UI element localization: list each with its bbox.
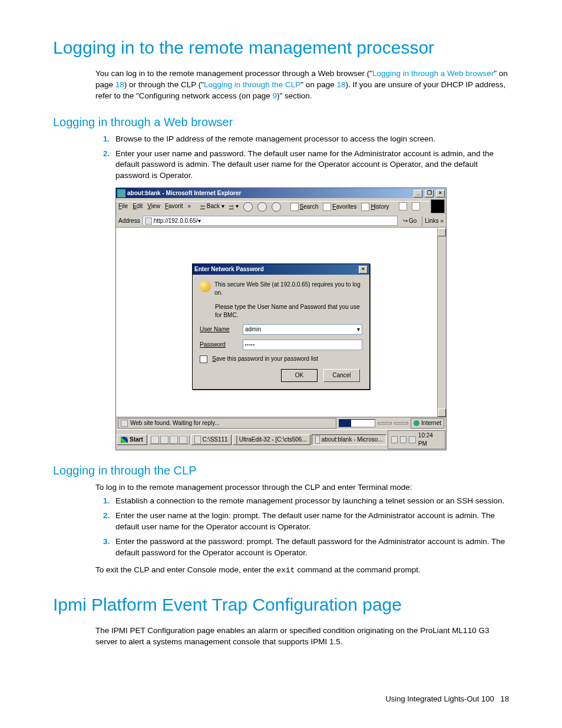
globe-icon bbox=[414, 420, 419, 426]
link-page-9[interactable]: 9 bbox=[272, 91, 277, 100]
ql-icon[interactable] bbox=[160, 436, 168, 444]
auth-line2: Please type the User Name and Password t… bbox=[215, 303, 362, 319]
auth-line1: This secure Web Site (at 192.0.0.65) req… bbox=[214, 281, 362, 297]
close-button[interactable]: × bbox=[436, 190, 445, 197]
clp-intro: To log in to the remote management proce… bbox=[95, 482, 509, 493]
auth-dialog: Enter Network Password × This secure Web… bbox=[192, 263, 370, 390]
link-page-18b[interactable]: 18 bbox=[336, 80, 345, 89]
chevron-down-icon[interactable]: ▾ bbox=[357, 325, 360, 334]
link-login-clp[interactable]: Logging in through the CLP bbox=[204, 80, 300, 89]
folder-icon bbox=[194, 436, 201, 444]
ie-icon bbox=[117, 189, 125, 197]
ie-address-bar: Address http://192.0.0.65/ ▾ ↪Go Links » bbox=[116, 215, 446, 228]
ql-icon[interactable] bbox=[151, 436, 159, 444]
links-button[interactable]: Links » bbox=[425, 217, 444, 225]
text: )" section. bbox=[277, 91, 312, 100]
system-tray: 10:24 PM bbox=[388, 430, 445, 449]
clp-steps-list: Establish a connection to the remote man… bbox=[95, 496, 509, 558]
link-login-web[interactable]: Logging in through a Web browser bbox=[372, 69, 494, 78]
menu-file[interactable]: File bbox=[118, 202, 128, 212]
ie-content-area: Enter Network Password × This secure Web… bbox=[116, 228, 446, 417]
tray-icon[interactable] bbox=[391, 436, 398, 443]
search-icon bbox=[290, 203, 299, 211]
go-button[interactable]: ↪Go bbox=[400, 216, 419, 226]
menu-favorites[interactable]: Favorit bbox=[165, 202, 183, 212]
maximize-button[interactable]: ❐ bbox=[425, 190, 434, 197]
ie-status-bar: Web site found. Waiting for reply... Int… bbox=[116, 417, 446, 429]
page-icon bbox=[145, 218, 152, 225]
clp-exit: To exit the CLP and enter Console mode, … bbox=[95, 565, 509, 576]
ie-throbber-icon bbox=[431, 199, 445, 213]
list-item: Enter the user name at the login: prompt… bbox=[112, 510, 509, 533]
auth-close-button[interactable]: × bbox=[359, 266, 368, 274]
menu-edit[interactable]: Edit bbox=[133, 202, 143, 212]
quick-launch bbox=[148, 435, 190, 444]
address-input[interactable]: http://192.0.0.65/ ▾ bbox=[143, 216, 398, 226]
home-icon[interactable] bbox=[272, 202, 281, 212]
exit-command: exit bbox=[276, 566, 295, 575]
vertical-scrollbar[interactable] bbox=[437, 228, 446, 417]
start-button[interactable]: Start bbox=[117, 434, 147, 445]
print-icon[interactable] bbox=[412, 202, 420, 210]
stop-icon[interactable] bbox=[243, 202, 253, 212]
username-label: User Name bbox=[200, 325, 238, 334]
link-page-18a[interactable]: 18 bbox=[115, 80, 124, 89]
heading-login-remote: Logging in to the remote management proc… bbox=[53, 35, 509, 60]
ok-button[interactable]: OK bbox=[281, 369, 318, 382]
tray-icon[interactable] bbox=[400, 436, 406, 443]
heading-login-web: Logging in through a Web browser bbox=[53, 114, 509, 130]
taskbar: Start C:\SS111 UltraEdit-32 - [C:\cts506… bbox=[116, 429, 446, 450]
zone-text: Internet bbox=[421, 419, 441, 427]
web-steps-list: Browse to the IP address of the remote m… bbox=[95, 134, 509, 182]
clock: 10:24 PM bbox=[418, 431, 442, 448]
menu-view[interactable]: View bbox=[147, 202, 160, 212]
task-ie[interactable]: about:blank - Microso... bbox=[312, 434, 386, 445]
save-password-label: Save this password in your password list bbox=[212, 355, 318, 363]
back-button[interactable]: ⇦ Back ▾ bbox=[200, 202, 224, 212]
username-input[interactable]: admin▾ bbox=[243, 324, 362, 335]
list-item: Establish a connection to the remote man… bbox=[112, 496, 509, 507]
heading-login-clp: Logging in through the CLP bbox=[53, 462, 509, 479]
text: You can log in to the remote management … bbox=[95, 69, 372, 78]
mail-icon[interactable] bbox=[399, 202, 407, 210]
ie-titlebar: about:blank - Microsoft Internet Explore… bbox=[116, 188, 446, 198]
tray-icon[interactable] bbox=[409, 436, 415, 443]
intro-paragraph: You can log in to the remote management … bbox=[95, 68, 509, 102]
heading-ipmi: Ipmi Platform Event Trap Configuration p… bbox=[53, 592, 509, 617]
address-dropdown-icon[interactable]: ▾ bbox=[198, 217, 201, 225]
password-label: Password bbox=[200, 341, 238, 349]
text: ) or through the CLP (" bbox=[124, 80, 204, 89]
app-icon bbox=[236, 436, 237, 444]
page-footer: Using Integrated Lights-Out 100 18 bbox=[385, 694, 509, 704]
password-input[interactable]: ••••• bbox=[243, 340, 362, 350]
text: " on page bbox=[300, 80, 336, 89]
status-icon bbox=[121, 420, 128, 427]
ipmi-text: The IPMI PET Configuration page enables … bbox=[95, 625, 509, 648]
minimize-button[interactable]: _ bbox=[414, 190, 422, 197]
forward-button[interactable]: ⇨ ▾ bbox=[229, 202, 239, 212]
list-item: Enter your user name and password. The d… bbox=[112, 149, 509, 182]
windows-icon bbox=[121, 437, 128, 443]
list-item: Enter the password at the password: prom… bbox=[112, 536, 509, 559]
progress-bar bbox=[339, 419, 375, 427]
favorites-button[interactable]: Favorites bbox=[323, 202, 356, 212]
task-explorer[interactable]: C:\SS111 bbox=[191, 434, 232, 445]
history-icon bbox=[361, 203, 369, 211]
ie-menubar: File Edit View Favorit » ⇦ Back ▾ ⇨ ▾ Se… bbox=[116, 201, 429, 212]
address-label: Address bbox=[118, 217, 140, 225]
ie-task-icon bbox=[315, 436, 320, 444]
history-button[interactable]: History bbox=[361, 202, 389, 212]
ql-icon[interactable] bbox=[179, 436, 187, 444]
ie-title-text: about:blank - Microsoft Internet Explore… bbox=[127, 189, 241, 197]
favorites-icon bbox=[323, 203, 331, 211]
task-ultraedit[interactable]: UltraEdit-32 - [C:\cts506... bbox=[233, 434, 310, 445]
menu-more[interactable]: » bbox=[187, 202, 191, 212]
ql-icon[interactable] bbox=[170, 436, 178, 444]
search-button[interactable]: Search bbox=[290, 202, 319, 212]
save-password-checkbox[interactable] bbox=[200, 355, 207, 363]
ie-window: about:blank - Microsoft Internet Explore… bbox=[115, 187, 447, 450]
cancel-button[interactable]: Cancel bbox=[323, 369, 360, 382]
key-icon bbox=[200, 281, 211, 292]
status-text: Web site found. Waiting for reply... bbox=[130, 419, 220, 427]
refresh-icon[interactable] bbox=[257, 202, 267, 212]
